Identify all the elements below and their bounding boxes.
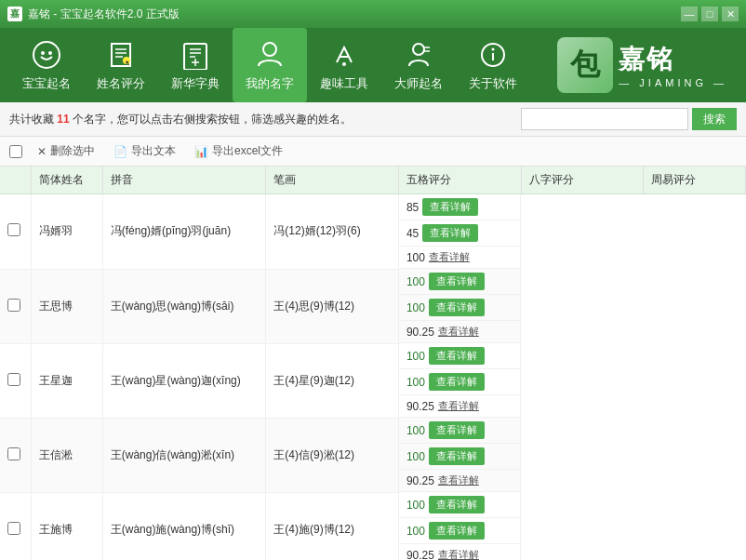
cell-wuge: 85查看详解 (399, 194, 521, 220)
row-checkbox[interactable] (7, 447, 20, 460)
row-checkbox[interactable] (7, 373, 20, 386)
my-name-icon (253, 38, 286, 72)
nav-name-eval[interactable]: ★ 姓名评分 (84, 28, 158, 102)
maximize-button[interactable]: □ (701, 7, 718, 21)
nav-label: 大师起名 (394, 75, 443, 92)
cell-zhouyi: 90.25查看详解 (399, 395, 521, 418)
nav-xinhua[interactable]: 新华字典 (158, 28, 233, 102)
names-table-container: 简体姓名 拼音 笔画 五格评分 八字评分 周易评分 冯婿羽冯(féng)婿(pī… (0, 167, 746, 560)
table-row: 王施博王(wàng)施(wàng)博(shī)王(4)施(9)博(12)100查… (0, 492, 746, 560)
bazi-score: 100 (406, 301, 425, 314)
bazi-view-button[interactable]: 查看详解 (429, 299, 485, 316)
brand-sub: — JIAMING — (619, 77, 727, 88)
brand-name: 嘉铭 (619, 42, 727, 77)
svg-text:★: ★ (125, 60, 129, 65)
bazi-score: 45 (406, 227, 419, 240)
bazi-view-button[interactable]: 查看详解 (429, 447, 485, 465)
nav-label: 关于软件 (469, 75, 517, 92)
zhouyi-view-button[interactable]: 查看详解 (438, 473, 479, 487)
header-zhouyi: 周易评分 (644, 167, 746, 194)
cell-bazi: 100查看详解 (399, 369, 521, 395)
title-bar: 嘉 嘉铭 - 宝宝起名软件2.0 正式版 — □ ✕ (0, 0, 746, 28)
export-text-icon: 📄 (113, 145, 127, 158)
toolbar-info: 共计收藏 11 个名字，您可以点击右侧搜索按钮，筛选感兴趣的姓名。 (9, 112, 515, 127)
wuge-score: 100 (406, 424, 425, 437)
toolbar: 共计收藏 11 个名字，您可以点击右侧搜索按钮，筛选感兴趣的姓名。 搜索 (0, 102, 746, 137)
svg-point-2 (48, 51, 52, 55)
wuge-view-button[interactable]: 查看详解 (429, 496, 485, 513)
zhouyi-view-button[interactable]: 查看详解 (429, 250, 470, 264)
search-box: 搜索 (521, 108, 737, 130)
zhouyi-score: 90.25 (406, 474, 434, 487)
nav-master-name[interactable]: 大师起名 (381, 28, 456, 102)
master-name-icon (402, 38, 435, 72)
cell-strokes: 王(4)星(9)迦(12) (266, 343, 399, 418)
cell-zhouyi: 90.25查看详解 (399, 321, 521, 343)
export-excel-icon: 📊 (194, 145, 208, 158)
export-text-button[interactable]: 📄 导出文本 (110, 141, 180, 161)
row-checkbox[interactable] (7, 522, 20, 535)
wuge-view-button[interactable]: 查看详解 (429, 421, 485, 439)
delete-selected-button[interactable]: ✕ 删除选中 (33, 141, 99, 161)
cell-zhouyi: 90.25查看详解 (399, 544, 521, 560)
cell-strokes: 王(4)信(9)淞(12) (266, 418, 399, 492)
search-button[interactable]: 搜索 (692, 108, 737, 130)
cell-bazi: 45查看详解 (399, 220, 521, 247)
search-input[interactable] (521, 108, 688, 130)
about-icon (476, 38, 510, 72)
wuge-score: 100 (406, 499, 425, 512)
nav-fun-tools[interactable]: 趣味工具 (307, 28, 381, 102)
header-strokes: 笔画 (266, 167, 399, 194)
wuge-view-button[interactable]: 查看详解 (429, 273, 485, 290)
app-icon: 嘉 (7, 7, 22, 21)
bazi-view-button[interactable]: 查看详解 (429, 522, 485, 540)
bazi-view-button[interactable]: 查看详解 (422, 224, 478, 242)
fun-tools-icon (327, 38, 361, 72)
brand: 包 嘉铭 — JIAMING — (557, 37, 727, 93)
names-table: 简体姓名 拼音 笔画 五格评分 八字评分 周易评分 冯婿羽冯(féng)婿(pī… (0, 167, 746, 560)
nav-baby-name[interactable]: 宝宝起名 (9, 28, 84, 102)
bazi-view-button[interactable]: 查看详解 (429, 373, 485, 391)
wuge-view-button[interactable]: 查看详解 (429, 347, 485, 365)
cell-strokes: 冯(12)婿(12)羽(6) (266, 194, 399, 270)
cell-wuge: 100查看详解 (399, 343, 521, 369)
export-excel-button[interactable]: 📊 导出excel文件 (191, 141, 286, 161)
nav-about[interactable]: 关于软件 (456, 28, 530, 102)
cell-pinyin: 冯(féng)婿(pīng)羽(juān) (102, 194, 266, 270)
table-row: 王思博王(wàng)思(wàng)博(sāi)王(4)思(9)博(12)100查… (0, 269, 746, 343)
cell-name: 王思博 (31, 269, 102, 343)
header-bazi: 八字评分 (521, 167, 644, 194)
cell-pinyin: 王(wàng)施(wàng)博(shī) (102, 492, 266, 560)
cell-zhouyi: 100查看详解 (399, 247, 521, 269)
cell-wuge: 100查看详解 (399, 492, 521, 518)
wuge-view-button[interactable]: 查看详解 (422, 198, 478, 216)
cell-pinyin: 王(wàng)信(wàng)淞(xīn) (102, 418, 266, 492)
name-eval-icon: ★ (104, 38, 138, 72)
cell-name: 王信淞 (31, 418, 102, 492)
bazi-score: 100 (406, 376, 425, 389)
zhouyi-view-button[interactable]: 查看详解 (438, 548, 479, 560)
name-count: 11 (57, 113, 69, 126)
xinhua-icon (179, 38, 212, 72)
svg-point-1 (41, 51, 45, 55)
svg-point-0 (33, 42, 60, 68)
row-checkbox[interactable] (7, 299, 20, 312)
brand-logo: 包 (557, 37, 613, 93)
cell-wuge: 100查看详解 (399, 418, 521, 444)
table-header-row: 简体姓名 拼音 笔画 五格评分 八字评分 周易评分 (0, 167, 746, 194)
cell-pinyin: 王(wàng)思(wàng)博(sāi) (102, 269, 266, 343)
zhouyi-score: 90.25 (406, 400, 434, 413)
cell-name: 王星迦 (31, 343, 102, 418)
svg-point-8 (413, 44, 424, 55)
minimize-button[interactable]: — (681, 7, 698, 21)
select-all-checkbox[interactable] (9, 145, 22, 158)
nav-my-name[interactable]: 我的名字 (233, 28, 307, 102)
zhouyi-view-button[interactable]: 查看详解 (438, 325, 479, 339)
cell-zhouyi: 90.25查看详解 (399, 470, 521, 492)
window-controls: — □ ✕ (681, 7, 739, 21)
title-text: 嘉铭 - 宝宝起名软件2.0 正式版 (28, 7, 681, 22)
nav-label: 新华字典 (171, 75, 220, 92)
row-checkbox[interactable] (7, 223, 20, 236)
close-button[interactable]: ✕ (722, 7, 739, 21)
zhouyi-view-button[interactable]: 查看详解 (438, 399, 479, 413)
